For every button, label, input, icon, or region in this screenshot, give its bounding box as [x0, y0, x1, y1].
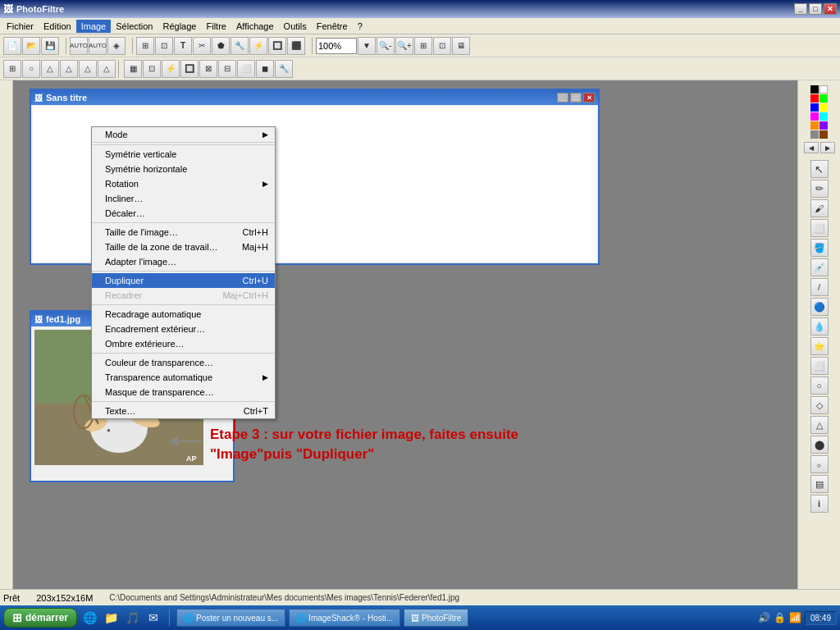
sans-titre-minimize[interactable]: _: [557, 93, 568, 103]
palette-left-button[interactable]: ◀: [804, 142, 819, 153]
tool2-3[interactable]: △: [41, 60, 59, 78]
tool8-button[interactable]: 🔲: [268, 37, 286, 55]
menu-reglage[interactable]: Réglage: [158, 20, 202, 33]
menu-item-taille-image[interactable]: Taille de l'image… Ctrl+H: [92, 225, 275, 240]
swatch-magenta[interactable]: [810, 112, 819, 121]
tool2-11[interactable]: ⊠: [199, 60, 217, 78]
menu-item-taille-zone[interactable]: Taille de la zone de travail… Maj+H: [92, 240, 275, 254]
tool2-12[interactable]: ⊟: [218, 60, 236, 78]
cursor-tool[interactable]: ↖: [810, 160, 829, 178]
menu-fichier[interactable]: Fichier: [2, 20, 39, 33]
minimize-button[interactable]: _: [794, 3, 807, 15]
image-dropdown-menu[interactable]: Mode ▶ Symétrie verticale Symétrie horiz…: [91, 126, 276, 419]
menu-item-sym-h[interactable]: Symétrie horizontale: [92, 162, 275, 176]
swatch-brown[interactable]: [819, 130, 828, 139]
close-button[interactable]: ✕: [824, 3, 837, 15]
zoom-input[interactable]: 100%: [316, 38, 357, 54]
tool-b[interactable]: ⊡: [433, 37, 451, 55]
rect-tool[interactable]: ⬜: [810, 357, 829, 375]
swatch-gray[interactable]: [810, 130, 819, 139]
palette-right-button[interactable]: ▶: [820, 142, 835, 153]
menu-affichage[interactable]: Affichage: [231, 20, 279, 33]
taskbar-item-poster[interactable]: 🌐 Poster un nouveau s...: [176, 609, 285, 627]
tool2-13[interactable]: ⬜: [237, 60, 255, 78]
menu-fenetre[interactable]: Fenêtre: [312, 20, 353, 33]
menu-item-transp-auto[interactable]: Transparence automatique ▶: [92, 370, 275, 385]
swatch-blue[interactable]: [810, 103, 819, 112]
menu-item-ombre[interactable]: Ombre extérieure…: [92, 336, 275, 351]
menu-filtre[interactable]: Filtre: [201, 20, 231, 33]
stamp-tool[interactable]: ▤: [810, 475, 829, 493]
tool2-2[interactable]: ○: [22, 60, 40, 78]
tool5-button[interactable]: ⬟: [212, 37, 230, 55]
tool2-6[interactable]: △: [98, 60, 116, 78]
tool2-14[interactable]: ◼: [256, 60, 274, 78]
menu-item-dupliquer[interactable]: Dupliquer Ctrl+U: [92, 273, 275, 288]
swatch-green[interactable]: [819, 94, 828, 103]
zoom-out-button[interactable]: 🔍-: [377, 37, 395, 55]
diamond-tool[interactable]: ◇: [810, 396, 829, 414]
taskbar-media-icon[interactable]: 🎵: [123, 609, 141, 627]
tool2-7[interactable]: ▦: [124, 60, 142, 78]
menu-item-incliner[interactable]: Incliner…: [92, 191, 275, 206]
menu-item-rotation[interactable]: Rotation ▶: [92, 176, 275, 191]
tool2-4[interactable]: △: [60, 60, 78, 78]
dropper-tool[interactable]: 🔵: [810, 298, 829, 316]
auto1-button[interactable]: AUTO: [70, 37, 88, 55]
menu-image[interactable]: Image: [76, 20, 112, 33]
menu-item-texte[interactable]: Texte… Ctrl+T: [92, 404, 275, 418]
zoom-in-button[interactable]: 🔍+: [395, 37, 413, 55]
tool2-15[interactable]: 🔧: [275, 60, 293, 78]
eyedrop-tool[interactable]: 💉: [810, 258, 829, 276]
format2-button[interactable]: ⊡: [155, 37, 173, 55]
menu-item-adapter[interactable]: Adapter l'image…: [92, 254, 275, 269]
swatch-cyan[interactable]: [819, 112, 828, 121]
tool2-1[interactable]: ⊞: [3, 60, 21, 78]
swatch-white[interactable]: [819, 85, 828, 94]
taskbar-item-photofiltre[interactable]: 🖼 PhotoFiltre: [404, 609, 468, 627]
menu-item-couleur-transp[interactable]: Couleur de transparence…: [92, 355, 275, 370]
shape-tool[interactable]: ⬦: [810, 455, 829, 473]
new-button[interactable]: 📄: [3, 37, 21, 55]
tool7-button[interactable]: ⚡: [249, 37, 267, 55]
menu-edition[interactable]: Edition: [39, 20, 76, 33]
swatch-orange[interactable]: [810, 121, 819, 130]
taskbar-mail-icon[interactable]: ✉: [144, 609, 162, 627]
taskbar-folder-icon[interactable]: 📁: [102, 609, 120, 627]
menu-item-encadrement[interactable]: Encadrement extérieur…: [92, 322, 275, 336]
lasso-tool[interactable]: ⬤: [810, 436, 829, 454]
menu-item-mode[interactable]: Mode ▶: [92, 127, 275, 142]
menu-help[interactable]: ?: [353, 20, 368, 33]
line-tool[interactable]: /: [810, 278, 829, 296]
save-button[interactable]: 💾: [41, 37, 59, 55]
spray-tool[interactable]: 💧: [810, 317, 829, 336]
menu-item-sym-v[interactable]: Symétrie verticale: [92, 147, 275, 162]
tool9-button[interactable]: ⬛: [287, 37, 305, 55]
swatch-purple[interactable]: [819, 121, 828, 130]
menu-item-decaler[interactable]: Décaler…: [92, 206, 275, 221]
zoom-dropdown[interactable]: ▼: [358, 37, 376, 55]
info-tool[interactable]: i: [810, 495, 829, 513]
sans-titre-maximize[interactable]: □: [570, 93, 582, 103]
tool4-button[interactable]: ✂: [193, 37, 211, 55]
circle-tool[interactable]: ○: [810, 377, 829, 395]
format1-button[interactable]: ⊞: [136, 37, 154, 55]
fill-tool[interactable]: 🪣: [810, 239, 829, 257]
tool2-10[interactable]: 🔲: [180, 60, 199, 78]
sans-titre-title-bar[interactable]: 🖼 Sans titre _ □ ✕: [31, 90, 598, 105]
rubber-tool[interactable]: ⬜: [810, 219, 829, 237]
text-button[interactable]: T: [174, 37, 192, 55]
auto3-button[interactable]: ◈: [107, 37, 126, 55]
auto2-button[interactable]: AUTO: [89, 37, 107, 55]
brush-tool[interactable]: 🖌: [810, 199, 829, 217]
taskbar-item-imageshack[interactable]: 🌐 ImageShack® - Hosti...: [289, 609, 400, 627]
wand-tool[interactable]: ⭐: [810, 337, 829, 355]
tool2-8[interactable]: ⊡: [143, 60, 161, 78]
maximize-button[interactable]: □: [809, 3, 822, 15]
sans-titre-close[interactable]: ✕: [583, 93, 595, 103]
triangle-tool[interactable]: △: [810, 416, 829, 434]
swatch-red[interactable]: [810, 94, 819, 103]
swatch-black[interactable]: [810, 85, 819, 94]
menu-item-masque-transp[interactable]: Masque de transparence…: [92, 385, 275, 399]
tool-a[interactable]: ⊞: [414, 37, 432, 55]
